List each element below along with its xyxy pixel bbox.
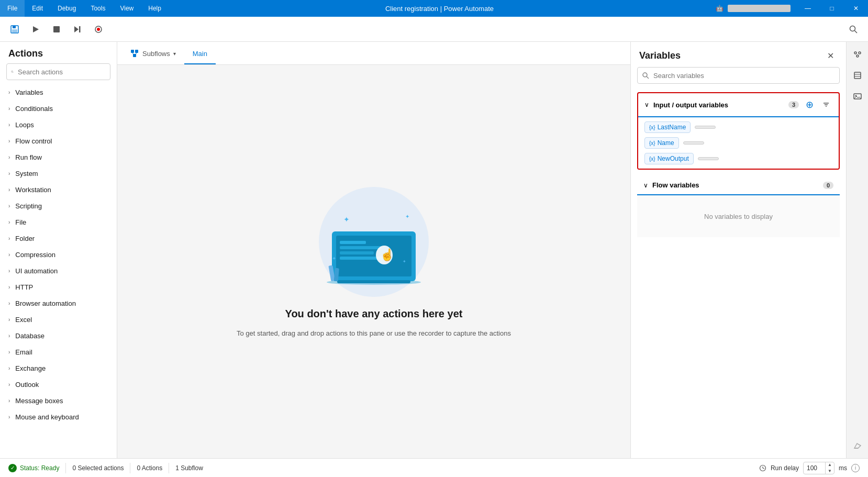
action-group-email[interactable]: › Email (0, 344, 117, 360)
chevron-icon: › (8, 284, 10, 290)
svg-rect-2 (12, 29, 17, 32)
variables-close-button[interactable]: ✕ (823, 48, 838, 63)
run-button[interactable] (27, 21, 44, 38)
variables-title: Variables (639, 50, 681, 61)
variable-value-name (683, 141, 704, 145)
action-group-label: Scripting (15, 202, 42, 210)
action-group-label: Email (15, 348, 32, 356)
run-delay-input[interactable]: 100 ▲ ▼ (803, 462, 834, 474)
svg-line-36 (647, 76, 649, 79)
status-separator-3 (169, 463, 169, 473)
action-group-database[interactable]: › Database (0, 328, 117, 344)
search-button[interactable] (845, 21, 862, 38)
chevron-icon: › (8, 382, 10, 387)
chevron-icon: › (8, 154, 10, 160)
action-group-system[interactable]: › System (0, 165, 117, 182)
variable-item-name[interactable]: {x} Name (644, 137, 832, 149)
chevron-icon: › (8, 414, 10, 420)
status-text: Status: Ready (20, 464, 59, 472)
run-delay-info-icon[interactable]: i (851, 464, 860, 472)
menu-help[interactable]: Help (141, 0, 169, 17)
record-button[interactable] (90, 21, 107, 38)
action-group-label: Flow control (15, 137, 52, 145)
input-output-section-title: Input / output variables (653, 101, 784, 109)
action-group-label: Database (15, 332, 44, 340)
variable-item-newoutput[interactable]: {x} NewOutput (644, 153, 832, 164)
svg-rect-6 (79, 26, 81, 32)
variable-value-lastname (695, 126, 716, 129)
action-group-conditionals[interactable]: › Conditionals (0, 101, 117, 117)
close-button[interactable]: ✕ (844, 0, 868, 17)
action-group-run-flow[interactable]: › Run flow (0, 149, 117, 165)
action-group-mouse-keyboard[interactable]: › Mouse and keyboard (0, 409, 117, 425)
add-variable-button[interactable]: ⊕ (803, 98, 816, 111)
flow-area: Subflows ▾ Main (117, 42, 630, 458)
action-group-file[interactable]: › File (0, 214, 117, 230)
flow-empty-state: ☝ ✦ ✦ ✦ ✦ You don't have an (117, 65, 630, 458)
flow-var-collapse-icon: ∨ (643, 182, 648, 189)
action-group-variables[interactable]: › Variables (0, 84, 117, 101)
chevron-icon: › (8, 203, 10, 209)
toolbar (0, 17, 868, 42)
variables-toggle-icon[interactable] (849, 46, 866, 63)
status-dot: ✓ (8, 464, 17, 472)
variable-icon: {x} (649, 140, 655, 146)
next-button[interactable] (69, 21, 86, 38)
action-group-label: Mouse and keyboard (15, 413, 79, 421)
svg-rect-43 (854, 72, 861, 79)
action-group-exchange[interactable]: › Exchange (0, 360, 117, 376)
action-group-workstation[interactable]: › Workstation (0, 182, 117, 198)
actions-count: 0 Actions (137, 464, 162, 472)
action-group-loops[interactable]: › Loops (0, 117, 117, 133)
menu-tools[interactable]: Tools (83, 0, 113, 17)
actions-search-input[interactable] (18, 68, 106, 76)
window-title: Client registration | Power Automate (169, 5, 710, 13)
maximize-button[interactable]: □ (820, 0, 844, 17)
action-group-browser-automation[interactable]: › Browser automation (0, 295, 117, 312)
svg-rect-22 (340, 246, 382, 249)
action-group-outlook[interactable]: › Outlook (0, 376, 117, 393)
variables-search-box[interactable] (637, 67, 840, 84)
menu-debug[interactable]: Debug (50, 0, 83, 17)
action-group-http[interactable]: › HTTP (0, 279, 117, 295)
input-output-section-header[interactable]: ∨ Input / output variables 3 ⊕ (638, 93, 839, 117)
variable-item-lastname[interactable]: {x} LastName (644, 121, 832, 133)
run-delay-decrement[interactable]: ▼ (826, 468, 834, 474)
save-button[interactable] (6, 21, 23, 38)
actions-search-box[interactable] (6, 63, 110, 80)
menu-file[interactable]: File (0, 0, 25, 17)
action-group-ui-automation[interactable]: › UI automation (0, 263, 117, 279)
flow-variables-header[interactable]: ∨ Flow variables 0 (637, 176, 840, 195)
action-group-folder[interactable]: › Folder (0, 230, 117, 247)
action-group-label: Excel (15, 316, 32, 324)
action-group-excel[interactable]: › Excel (0, 312, 117, 328)
minimize-button[interactable]: — (796, 0, 820, 17)
svg-point-35 (643, 73, 647, 77)
tab-subflows[interactable]: Subflows ▾ (121, 43, 184, 64)
filter-variables-button[interactable] (820, 98, 832, 111)
app-body: Actions › Variables › Conditionals (0, 17, 868, 477)
tab-main[interactable]: Main (184, 43, 216, 64)
clock-icon (759, 464, 766, 472)
eraser-icon[interactable] (849, 437, 866, 454)
layers-icon[interactable] (849, 67, 866, 84)
stop-button[interactable] (48, 21, 65, 38)
actions-list: › Variables › Conditionals › Loops › Flo… (0, 84, 117, 458)
input-output-count-badge: 3 (788, 101, 799, 108)
menu-edit[interactable]: Edit (25, 0, 50, 17)
action-group-scripting[interactable]: › Scripting (0, 198, 117, 214)
flow-variables-count: 0 (823, 182, 833, 189)
svg-point-11 (12, 71, 13, 72)
svg-point-41 (859, 52, 861, 54)
variables-search-input[interactable] (653, 72, 835, 80)
action-group-compression[interactable]: › Compression (0, 247, 117, 263)
svg-point-42 (856, 55, 859, 57)
titlebar-menus: File Edit Debug Tools View Help (0, 0, 169, 17)
run-delay-increment[interactable]: ▲ (826, 462, 834, 468)
chevron-icon: › (8, 187, 10, 193)
action-group-message-boxes[interactable]: › Message boxes (0, 393, 117, 409)
svg-rect-14 (135, 50, 138, 53)
image-icon[interactable] (849, 88, 866, 105)
action-group-flow-control[interactable]: › Flow control (0, 133, 117, 149)
menu-view[interactable]: View (113, 0, 141, 17)
